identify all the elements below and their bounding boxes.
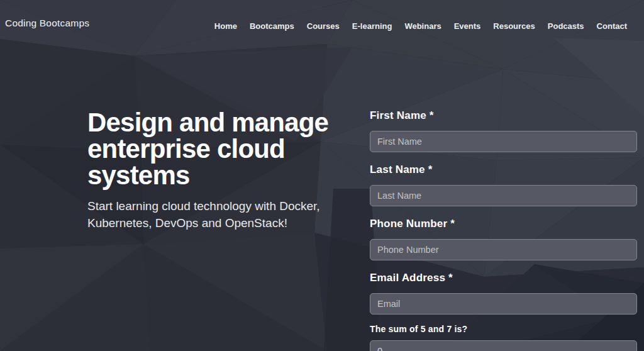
field-input-phone-number[interactable] (370, 239, 637, 260)
form-field: First Name * (370, 108, 637, 152)
lead-capture-form: First Name *Last Name *Phone Number *Ema… (370, 108, 637, 351)
site-logo[interactable]: Coding Bootcamps (5, 18, 89, 29)
hero-subtitle: Start learning cloud technology with Doc… (87, 198, 352, 231)
field-input-email[interactable] (370, 293, 637, 315)
form-field: The sum of 5 and 7 is? (370, 323, 637, 351)
field-label: Phone Number * (370, 216, 637, 231)
form-field: Phone Number * (370, 216, 637, 260)
nav-link-events[interactable]: Events (454, 21, 481, 31)
field-label: The sum of 5 and 7 is? (370, 323, 637, 335)
nav-link-bootcamps[interactable]: Bootcamps (250, 21, 294, 31)
nav-link-home[interactable]: Home (214, 21, 237, 31)
nav-link-webinars[interactable]: Webinars (404, 21, 441, 31)
form-field: Email Address * (370, 270, 637, 315)
hero-title: Design and manage enterprise cloud syste… (87, 109, 370, 189)
nav-link-podcasts[interactable]: Podcasts (548, 21, 584, 31)
field-input-first-name[interactable] (370, 131, 637, 152)
top-navbar: Coding Bootcamps HomeBootcampsCoursesE-l… (0, 0, 644, 53)
main-nav: HomeBootcampsCoursesE-learningWebinarsEv… (214, 21, 627, 31)
nav-link-resources[interactable]: Resources (493, 21, 535, 31)
nav-link-e-learning[interactable]: E-learning (352, 21, 392, 31)
nav-link-contact[interactable]: Contact (597, 21, 627, 31)
field-input-last-name[interactable] (370, 185, 637, 206)
nav-link-courses[interactable]: Courses (307, 21, 340, 31)
form-field: Last Name * (370, 162, 637, 206)
field-label: Last Name * (370, 162, 637, 177)
field-label: Email Address * (370, 270, 637, 286)
field-input-sum[interactable] (370, 340, 637, 351)
field-label: First Name * (370, 108, 637, 123)
